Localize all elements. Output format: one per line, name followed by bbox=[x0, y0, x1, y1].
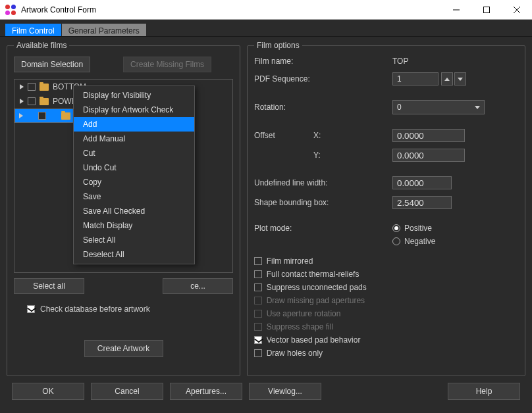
ctx-cut[interactable]: Cut bbox=[74, 146, 194, 160]
folder-icon bbox=[40, 84, 49, 91]
use-aperture-label: Use aperture rotation bbox=[267, 309, 341, 318]
film-options-group: Film options Film name: TOP PDF Sequence… bbox=[247, 41, 525, 376]
negative-radio[interactable] bbox=[392, 237, 400, 245]
footer: OK Cancel Apertures... Viewlog... Help bbox=[0, 383, 532, 406]
ctx-save[interactable]: Save bbox=[74, 189, 194, 204]
checkbox[interactable] bbox=[28, 83, 36, 91]
folder-icon bbox=[40, 98, 49, 105]
plot-mode-label: Plot mode: bbox=[254, 224, 392, 233]
film-name-value: TOP bbox=[392, 57, 471, 66]
draw-missing-checkbox bbox=[254, 297, 262, 304]
positive-label: Positive bbox=[404, 224, 432, 233]
ok-button[interactable]: OK bbox=[12, 383, 84, 400]
available-films-group: Available films Domain Selection Create … bbox=[7, 41, 240, 376]
context-menu: Display for Visibility Display for Artwo… bbox=[73, 85, 195, 264]
create-missing-films-button: Create Missing Films bbox=[123, 57, 211, 72]
suppress-shape-label: Suppress shape fill bbox=[267, 322, 333, 331]
rotation-label: Rotation: bbox=[254, 103, 340, 112]
help-button[interactable]: Help bbox=[448, 383, 520, 400]
use-aperture-checkbox bbox=[254, 310, 262, 318]
replace-button[interactable]: ce... bbox=[163, 278, 233, 294]
film-name-label: Film name: bbox=[254, 57, 340, 66]
close-button[interactable] bbox=[502, 0, 532, 20]
ctx-select-all[interactable]: Select All bbox=[74, 233, 194, 247]
positive-radio[interactable] bbox=[392, 224, 400, 232]
ctx-copy[interactable]: Copy bbox=[74, 175, 194, 189]
expand-icon[interactable] bbox=[20, 84, 24, 89]
pdf-seq-up[interactable] bbox=[441, 72, 453, 85]
tab-bar: Film Control General Parameters bbox=[0, 20, 532, 37]
offset-y-input[interactable] bbox=[392, 149, 465, 162]
checkbox[interactable] bbox=[28, 97, 36, 105]
x-label: X: bbox=[313, 131, 392, 140]
sbb-input[interactable] bbox=[392, 196, 452, 209]
ulw-label: Undefined line width: bbox=[254, 178, 392, 187]
apertures-button[interactable]: Apertures... bbox=[170, 383, 242, 400]
checkbox[interactable] bbox=[38, 112, 46, 120]
create-artwork-button[interactable]: Create Artwork bbox=[84, 340, 163, 357]
rotation-select[interactable]: 0 bbox=[392, 100, 485, 114]
draw-holes-checkbox[interactable] bbox=[254, 349, 262, 357]
mirrored-label: Film mirrored bbox=[267, 256, 313, 266]
check-db-label: Check database before artwork bbox=[40, 304, 150, 314]
tab-general-parameters[interactable]: General Parameters bbox=[62, 24, 146, 36]
sbb-label: Shape bounding box: bbox=[254, 198, 392, 207]
titlebar: Artwork Control Form bbox=[0, 0, 532, 20]
suppress-pads-label: Suppress unconnected pads bbox=[267, 283, 367, 292]
maximize-button[interactable] bbox=[471, 0, 502, 20]
check-db-checkbox[interactable] bbox=[27, 305, 35, 313]
negative-label: Negative bbox=[404, 237, 435, 246]
draw-missing-label: Draw missing pad apertures bbox=[267, 296, 365, 305]
select-all-button[interactable]: Select all bbox=[14, 278, 84, 294]
suppress-pads-checkbox[interactable] bbox=[254, 283, 262, 291]
expand-icon[interactable] bbox=[19, 113, 23, 118]
domain-selection-button[interactable]: Domain Selection bbox=[14, 57, 90, 72]
window-title: Artwork Control Form bbox=[21, 5, 441, 14]
ctx-display-visibility[interactable]: Display for Visibility bbox=[74, 88, 194, 103]
film-options-legend: Film options bbox=[254, 41, 302, 50]
tab-film-control[interactable]: Film Control bbox=[5, 24, 61, 36]
ctx-match-display[interactable]: Match Display bbox=[74, 218, 194, 233]
svg-rect-1 bbox=[484, 7, 490, 12]
ctx-deselect-all[interactable]: Deselect All bbox=[74, 247, 194, 262]
available-films-legend: Available films bbox=[14, 41, 69, 50]
pdf-seq-input[interactable]: 1 bbox=[392, 72, 439, 85]
y-label: Y: bbox=[313, 151, 392, 160]
ulw-input[interactable] bbox=[392, 176, 452, 189]
draw-holes-label: Draw holes only bbox=[267, 349, 323, 358]
vector-pad-checkbox[interactable] bbox=[254, 336, 262, 344]
ctx-undo-cut[interactable]: Undo Cut bbox=[74, 160, 194, 175]
mirrored-checkbox[interactable] bbox=[254, 257, 262, 265]
ctx-save-all-checked[interactable]: Save All Checked bbox=[74, 204, 194, 218]
minimize-button[interactable] bbox=[441, 0, 471, 20]
pdf-seq-down[interactable] bbox=[454, 72, 466, 85]
folder-icon bbox=[61, 112, 70, 120]
ctx-add-manual[interactable]: Add Manual bbox=[74, 132, 194, 146]
offset-label: Offset bbox=[254, 131, 313, 140]
app-icon bbox=[5, 5, 16, 15]
viewlog-button[interactable]: Viewlog... bbox=[249, 383, 321, 400]
ctx-add[interactable]: Add bbox=[74, 117, 194, 132]
suppress-shape-checkbox bbox=[254, 323, 262, 331]
pdf-seq-label: PDF Sequence: bbox=[254, 74, 340, 84]
ctx-display-artwork-check[interactable]: Display for Artwork Check bbox=[74, 103, 194, 117]
cancel-button[interactable]: Cancel bbox=[91, 383, 163, 400]
thermal-label: Full contact thermal-reliefs bbox=[267, 270, 359, 279]
expand-icon[interactable] bbox=[20, 99, 24, 104]
offset-x-input[interactable] bbox=[392, 129, 465, 142]
chevron-down-icon bbox=[475, 106, 480, 109]
vector-pad-label: Vector based pad behavior bbox=[267, 335, 361, 345]
thermal-checkbox[interactable] bbox=[254, 270, 262, 278]
